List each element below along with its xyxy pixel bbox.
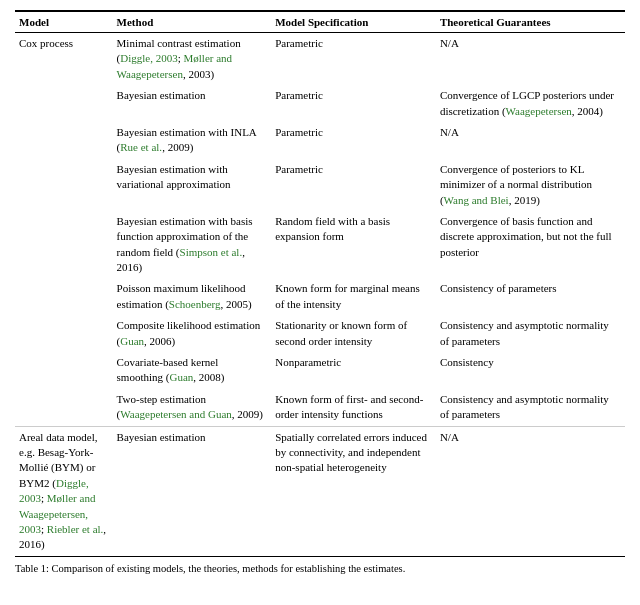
citation-link[interactable]: Guan — [120, 335, 144, 347]
header-spec: Model Specification — [271, 11, 436, 33]
theory-cell: N/A — [436, 122, 625, 159]
method-cell: Poisson maximum likelihood estimation (S… — [113, 278, 272, 315]
spec-cell: Known form of first- and second-order in… — [271, 389, 436, 426]
method-cell: Composite likelihood estimation (Guan, 2… — [113, 315, 272, 352]
method-cell: Bayesian estimation with basis function … — [113, 211, 272, 279]
model-cox: Cox process — [15, 33, 113, 427]
theory-cell: N/A — [436, 33, 625, 86]
theory-cell: Consistency and asymptotic normality of … — [436, 315, 625, 352]
method-cell: Minimal contrast estimation (Diggle, 200… — [113, 33, 272, 86]
citation-link[interactable]: Simpson et al. — [180, 246, 243, 258]
method-cell: Two-step estimation (Waagepetersen and G… — [113, 389, 272, 426]
citation-link[interactable]: Diggle, 2003 — [120, 52, 177, 64]
spec-cell: Parametric — [271, 159, 436, 211]
spec-cell: Parametric — [271, 85, 436, 122]
method-cell: Bayesian estimation with variational app… — [113, 159, 272, 211]
theory-cell: Consistency and asymptotic normality of … — [436, 389, 625, 426]
citation-link[interactable]: Rue et al. — [120, 141, 162, 153]
spec-cell: Spatially correlated errors induced by c… — [271, 426, 436, 556]
method-cell: Bayesian estimation with INLA (Rue et al… — [113, 122, 272, 159]
spec-cell: Parametric — [271, 33, 436, 86]
spec-cell: Known form for marginal means of the int… — [271, 278, 436, 315]
method-cell: Bayesian estimation — [113, 85, 272, 122]
spec-cell: Nonparametric — [271, 352, 436, 389]
method-cell: Covariate-based kernel smoothing (Guan, … — [113, 352, 272, 389]
citation-link[interactable]: Guan — [169, 371, 193, 383]
method-cell: Bayesian estimation — [113, 426, 272, 556]
spec-cell: Stationarity or known form of second ord… — [271, 315, 436, 352]
header-method: Method — [113, 11, 272, 33]
header-theory: Theoretical Guarantees — [436, 11, 625, 33]
main-table: Model Method Model Specification Theoret… — [15, 10, 625, 557]
citation-link[interactable]: Riebler et al. — [47, 523, 104, 535]
theory-cell: Consistency — [436, 352, 625, 389]
theory-cell: Convergence of LGCP posteriors under dis… — [436, 85, 625, 122]
citation-link[interactable]: Wang and Blei — [444, 194, 509, 206]
citation-link[interactable]: Schoenberg — [169, 298, 221, 310]
model-areal: Areal data model, e.g. Besag-York-Mollié… — [15, 426, 113, 556]
spec-cell: Parametric — [271, 122, 436, 159]
citation-link[interactable]: Waagepetersen — [506, 105, 572, 117]
theory-cell: Consistency of parameters — [436, 278, 625, 315]
citation-link[interactable]: Waagepetersen and Guan — [120, 408, 232, 420]
theory-cell: Convergence of posteriors to KL minimize… — [436, 159, 625, 211]
theory-cell: N/A — [436, 426, 625, 556]
table-row: Areal data model, e.g. Besag-York-Mollié… — [15, 426, 625, 556]
header-model: Model — [15, 11, 113, 33]
theory-cell: Convergence of basis function and discre… — [436, 211, 625, 279]
table-caption: Table 1: Comparison of existing models, … — [15, 563, 625, 574]
spec-cell: Random field with a basis expansion form — [271, 211, 436, 279]
table-row: Cox process Minimal contrast estimation … — [15, 33, 625, 86]
